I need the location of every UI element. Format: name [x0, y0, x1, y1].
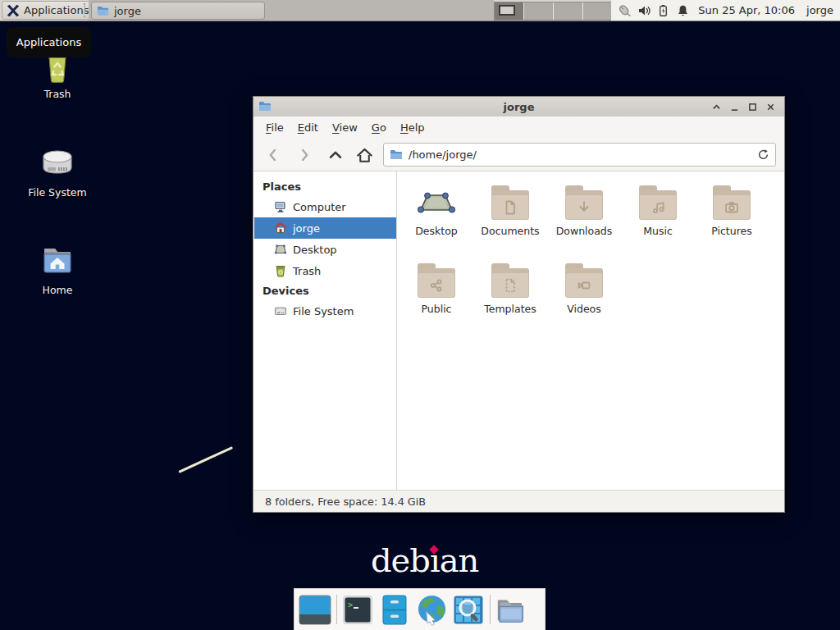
bottom-dock: >: [294, 588, 546, 630]
desktop-special-icon: [416, 183, 457, 222]
file-item-public[interactable]: Public: [399, 261, 473, 339]
path-bar[interactable]: /home/jorge/: [383, 143, 776, 167]
applications-menu-button[interactable]: Applications: [2, 1, 96, 20]
up-button[interactable]: [324, 144, 346, 166]
applications-label: Applications: [24, 4, 89, 16]
desktop-icon-home[interactable]: Home: [12, 241, 103, 296]
volume-icon[interactable]: [637, 2, 651, 19]
file-item-videos[interactable]: Videos: [547, 261, 621, 339]
videos-folder-icon: [564, 261, 605, 300]
workspace-switcher[interactable]: [494, 2, 613, 21]
workspace-4[interactable]: [583, 2, 612, 20]
top-panel: Applications jorge Sun 25 Apr, 10:06 jor…: [0, 0, 840, 21]
file-item-music[interactable]: Music: [621, 183, 695, 261]
home-button[interactable]: [354, 144, 376, 166]
bell-icon[interactable]: [676, 2, 691, 19]
workspace-1[interactable]: [495, 2, 524, 20]
taskbar-folder-icon: [97, 5, 109, 17]
battery-icon[interactable]: [656, 2, 671, 19]
wallpaper-scratch-line: [178, 446, 233, 473]
workspace-window-thumb: [499, 5, 515, 16]
shade-button[interactable]: [711, 102, 722, 112]
web-browser-icon[interactable]: [415, 593, 448, 626]
debian-logo-prefix: deb: [371, 541, 430, 579]
trash-label: Trash: [43, 88, 71, 100]
statusbar-text: 8 folders, Free space: 14.4 GiB: [265, 495, 426, 508]
taskbar-button-jorge[interactable]: jorge: [91, 2, 265, 20]
drive-icon: [274, 304, 287, 317]
file-item-desktop[interactable]: Desktop: [399, 183, 473, 261]
forward-button[interactable]: [293, 144, 315, 166]
workspace-3[interactable]: [554, 2, 583, 20]
debian-logo-suffix: an: [440, 541, 479, 579]
dock-folder-icon[interactable]: [495, 593, 527, 626]
trash-small-icon: [274, 264, 287, 277]
downloads-folder-icon: [564, 183, 605, 222]
statusbar: 8 folders, Free space: 14.4 GiB: [253, 490, 784, 512]
hard-drive-icon: [37, 144, 78, 183]
menu-file[interactable]: File: [266, 121, 284, 134]
show-desktop-icon[interactable]: [299, 593, 331, 626]
close-button[interactable]: [765, 102, 776, 112]
computer-icon: [274, 200, 287, 213]
sidebar: Places Computer jorge Desktop Trash Devi: [254, 171, 397, 490]
desktop-icon-file-system[interactable]: File System: [12, 144, 103, 199]
sidebar-item-desktop[interactable]: Desktop: [254, 239, 396, 260]
taskbar-button-label: jorge: [114, 5, 141, 17]
applications-icon: [6, 3, 21, 18]
path-input[interactable]: /home/jorge/: [409, 148, 757, 161]
menu-help[interactable]: Help: [400, 121, 425, 134]
applications-tooltip: Applications: [7, 27, 91, 57]
debian-logo: debıan: [371, 541, 478, 579]
menu-view[interactable]: View: [332, 121, 358, 134]
file-item-templates[interactable]: Templates: [473, 261, 547, 339]
file-item-documents[interactable]: Documents: [473, 183, 547, 261]
clock[interactable]: Sun 25 Apr, 10:06: [698, 4, 795, 16]
sidebar-item-trash[interactable]: Trash: [254, 260, 396, 281]
templates-folder-icon: [490, 261, 531, 300]
window-title: jorge: [253, 101, 784, 113]
file-manager-window: jorge File Edit View Go Help /home/jorge…: [253, 96, 785, 513]
sidebar-item-computer[interactable]: Computer: [254, 196, 396, 217]
dock-separator: [336, 595, 337, 624]
reload-icon[interactable]: [757, 148, 769, 161]
home-folder-icon: [37, 241, 78, 281]
music-folder-icon: [637, 183, 678, 222]
window-taskbar: jorge: [89, 0, 494, 21]
places-header: Places: [254, 177, 396, 196]
workspace-2[interactable]: [524, 2, 554, 20]
public-folder-icon: [416, 261, 457, 300]
file-system-label: File System: [28, 186, 87, 199]
svg-text:>: >: [348, 600, 353, 609]
menubar: File Edit View Go Help: [253, 116, 784, 139]
terminal-icon[interactable]: >: [341, 593, 374, 626]
maximize-button[interactable]: [747, 102, 758, 112]
file-cabinet-icon[interactable]: [378, 593, 411, 626]
devices-header: Devices: [254, 281, 396, 300]
tooltip-text: Applications: [16, 36, 81, 48]
sidebar-item-file-system[interactable]: File System: [254, 300, 396, 322]
panel-username[interactable]: jorge: [806, 4, 833, 16]
app-finder-icon[interactable]: [452, 593, 485, 626]
desktop-icon: [274, 243, 287, 256]
file-item-downloads[interactable]: Downloads: [547, 183, 621, 261]
menu-go[interactable]: Go: [372, 121, 386, 134]
home-label: Home: [43, 284, 73, 296]
minimize-button[interactable]: [729, 102, 740, 112]
panel-tray-area: Sun 25 Apr, 10:06 jorge: [611, 0, 840, 21]
file-item-pictures[interactable]: Pictures: [695, 183, 769, 261]
mouse-icon[interactable]: [616, 2, 632, 19]
home-icon: [274, 221, 287, 235]
sidebar-item-jorge[interactable]: jorge: [254, 217, 396, 239]
menu-edit[interactable]: Edit: [298, 121, 318, 134]
documents-folder-icon: [490, 183, 531, 222]
dock-separator: [490, 595, 491, 624]
back-button[interactable]: [262, 144, 284, 166]
pictures-folder-icon: [711, 183, 752, 222]
file-icon-view[interactable]: Desktop Documents Downloads Music: [398, 171, 784, 490]
window-titlebar[interactable]: jorge: [253, 97, 784, 116]
toolbar: /home/jorge/: [253, 139, 784, 171]
pathbar-folder-icon: [390, 148, 403, 162]
panel-handle[interactable]: [84, 3, 88, 17]
